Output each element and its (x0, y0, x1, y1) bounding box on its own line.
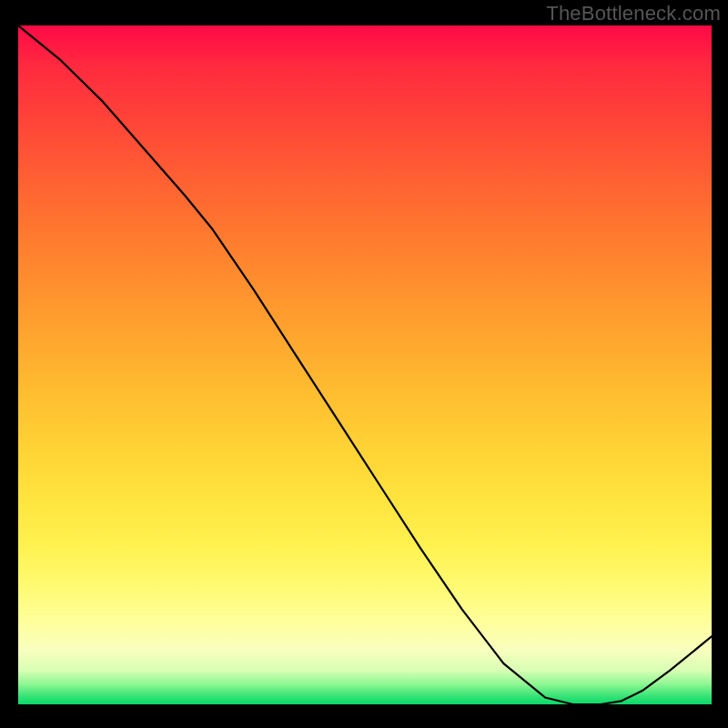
plot-frame (18, 25, 712, 704)
chart-svg (18, 25, 712, 704)
chart-container: TheBottleneck.com (0, 0, 728, 728)
bottleneck-curve (18, 25, 712, 704)
watermark-text: TheBottleneck.com (546, 2, 721, 25)
